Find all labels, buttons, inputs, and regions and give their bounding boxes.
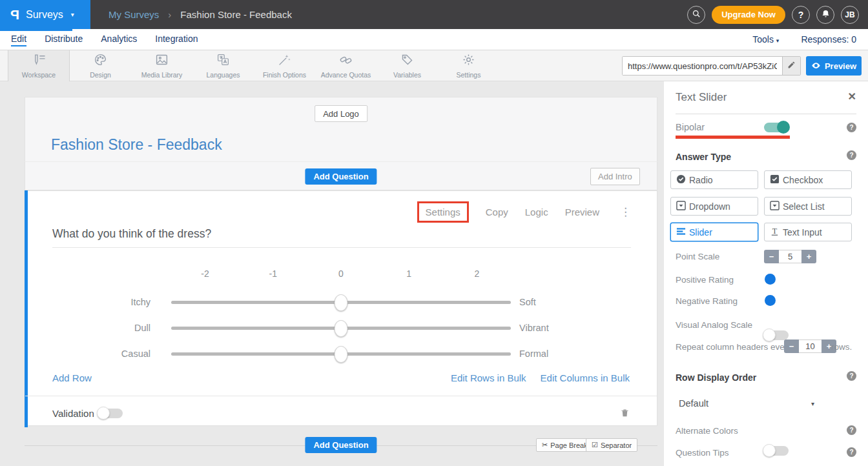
toolbar-item-media-library[interactable]: Media Library — [131, 50, 192, 81]
slider-track[interactable] — [171, 327, 511, 330]
question-preview-button[interactable]: Preview — [565, 207, 599, 218]
upgrade-now-button[interactable]: Upgrade Now — [712, 6, 785, 24]
breadcrumb-my-surveys[interactable]: My Surveys — [108, 9, 159, 20]
answer-type-text-input[interactable]: T Text Input — [764, 223, 852, 241]
edit-columns-in-bulk-link[interactable]: Edit Columns in Bulk — [541, 372, 630, 383]
help-button[interactable]: ? — [792, 6, 810, 24]
question-tips-help-icon[interactable]: ? — [847, 447, 856, 457]
slider-row: Itchy Soft — [25, 289, 658, 315]
row-display-order-help-icon[interactable]: ? — [847, 371, 856, 381]
slider-left-label: Casual — [52, 349, 150, 359]
checkbox-icon — [770, 174, 780, 186]
finish-options-icon — [277, 53, 292, 69]
responses-count[interactable]: Responses: 0 — [801, 34, 856, 45]
tab-integration[interactable]: Integration — [155, 32, 198, 46]
slider-handle[interactable] — [335, 294, 348, 311]
point-scale-stepper: − 5 + — [764, 250, 816, 263]
visual-analog-scale-toggle[interactable] — [764, 330, 789, 340]
page-break-button[interactable]: ✂ Page Break — [536, 438, 594, 452]
question-settings-button[interactable]: Settings — [417, 201, 469, 223]
avatar[interactable]: JB — [841, 6, 859, 24]
plus-button[interactable]: + — [801, 250, 816, 263]
radio-icon — [676, 174, 686, 186]
slider-handle[interactable] — [335, 346, 348, 363]
minus-button[interactable]: − — [764, 250, 779, 263]
edit-rows-in-bulk-link[interactable]: Edit Rows in Bulk — [451, 372, 526, 383]
trash-icon[interactable] — [620, 407, 630, 421]
preview-button[interactable]: Preview — [806, 56, 862, 76]
topbar: P Surveys ▾ My Surveys › Fashion Store -… — [0, 0, 868, 29]
row-display-order-label: Row Display Order — [676, 372, 756, 383]
alternate-colors-help-icon[interactable]: ? — [847, 425, 856, 435]
point-scale-label: Point Scale — [676, 252, 719, 261]
answer-type-slider[interactable]: Slider — [670, 223, 758, 241]
minus-button[interactable]: − — [784, 339, 799, 353]
positive-rating-label: Positive Rating — [676, 275, 734, 285]
positive-rating-color-swatch[interactable] — [765, 274, 776, 285]
add-row-link[interactable]: Add Row — [52, 372, 92, 383]
search-icon — [692, 9, 701, 21]
toolbar-item-design[interactable]: Design — [70, 50, 131, 81]
repeat-headers-label: Repeat column headers every — [676, 342, 792, 352]
tab-edit[interactable]: Edit — [11, 32, 26, 46]
question-text[interactable]: What do you think of the dress? — [52, 227, 211, 241]
answer-type-radio[interactable]: Radio — [670, 170, 758, 189]
text-input-icon: T — [770, 227, 780, 238]
questionpro-logo-icon: P — [10, 7, 19, 23]
answer-type-dropdown[interactable]: Dropdown — [670, 197, 758, 216]
tab-distribute[interactable]: Distribute — [45, 32, 83, 46]
media-library-icon — [154, 53, 169, 69]
toolbar-item-finish-options[interactable]: Finish Options — [254, 50, 315, 81]
validation-toggle[interactable] — [98, 409, 123, 418]
slider-track[interactable] — [171, 301, 511, 304]
survey-url-group — [622, 56, 801, 76]
tools-menu[interactable]: Tools ▾ — [752, 34, 779, 45]
search-button[interactable] — [687, 6, 705, 24]
repeat-headers-value[interactable]: 10 — [799, 339, 822, 353]
text-slider-settings-panel: Text Slider ✕ Bipolar ? Answer Type ? Ra… — [664, 81, 868, 466]
toolbar-item-languages[interactable]: Languages — [192, 50, 254, 81]
chevron-down-icon: ▾ — [776, 37, 780, 44]
slider-handle[interactable] — [335, 320, 348, 337]
answer-type-select-list[interactable]: Select List — [764, 197, 852, 216]
scale-label: -2 — [171, 268, 239, 279]
toolbar-item-settings[interactable]: Settings — [438, 50, 499, 81]
add-logo-button[interactable]: Add Logo — [315, 105, 367, 122]
svg-text:T: T — [772, 227, 778, 236]
slider-track[interactable] — [171, 352, 511, 356]
add-question-button-top[interactable]: Add Question — [305, 168, 377, 185]
scale-label: 1 — [375, 268, 443, 279]
row-display-order-select[interactable]: Default ▾ — [676, 395, 814, 412]
question-copy-button[interactable]: Copy — [486, 207, 508, 218]
negative-rating-color-swatch[interactable] — [765, 295, 776, 306]
bipolar-toggle[interactable] — [764, 123, 789, 132]
survey-title[interactable]: Fashion Store - Feedback — [51, 136, 222, 154]
visual-analog-scale-label: Visual Analog Scale — [676, 320, 752, 330]
brand-menu[interactable]: P Surveys ▾ — [0, 0, 90, 29]
notifications-button[interactable] — [816, 6, 834, 24]
answer-type-help-icon[interactable]: ? — [847, 150, 856, 160]
separator-button[interactable]: ☑ Separator — [586, 438, 637, 452]
survey-url-input[interactable] — [623, 57, 782, 75]
add-question-button-bottom[interactable]: Add Question — [305, 437, 377, 453]
brand-label: Surveys — [26, 9, 63, 21]
repeat-headers-stepper: − 10 + — [784, 339, 836, 353]
add-intro-button[interactable]: Add Intro — [590, 168, 640, 185]
eye-icon — [811, 61, 821, 71]
bipolar-help-icon[interactable]: ? — [847, 123, 856, 132]
tab-analytics[interactable]: Analytics — [101, 32, 137, 46]
toolbar-item-variables[interactable]: Variables — [377, 50, 438, 81]
alternate-colors-toggle[interactable] — [764, 446, 789, 456]
point-scale-value[interactable]: 5 — [779, 250, 801, 263]
slider-icon — [676, 227, 686, 238]
close-icon[interactable]: ✕ — [848, 90, 856, 103]
slider-left-label: Dull — [52, 323, 150, 333]
toolbar-item-advance-quotas[interactable]: Advance Quotas — [315, 50, 377, 81]
question-logic-button[interactable]: Logic — [525, 207, 548, 218]
more-options-icon[interactable]: ⋮ — [620, 207, 631, 218]
edit-url-button[interactable] — [782, 57, 800, 75]
slider-right-label: Formal — [519, 349, 548, 359]
gear-icon — [461, 53, 476, 69]
toolbar-item-workspace[interactable]: Workspace — [8, 50, 70, 81]
answer-type-checkbox[interactable]: Checkbox — [764, 170, 852, 189]
